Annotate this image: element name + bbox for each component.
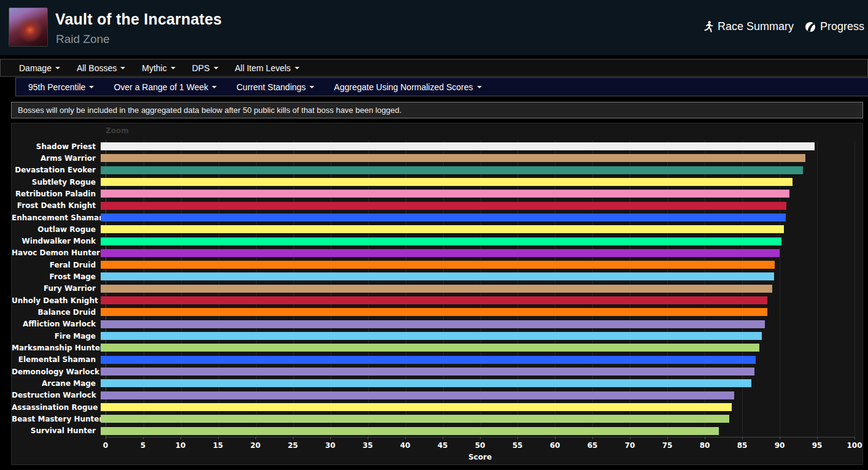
bar-fire-mage[interactable] (101, 332, 762, 340)
chevron-down-icon (171, 67, 176, 69)
x-tick-mark-90 (780, 437, 780, 439)
x-tick-label-50: 50 (475, 441, 486, 450)
chart-row-demonology-warlock: Demonology Warlock (12, 366, 862, 377)
bar-label: Unholy Death Knight (12, 296, 101, 305)
bar-label: Frost Mage (12, 272, 101, 281)
filter-dps[interactable]: DPS (192, 63, 219, 73)
x-tick-label-85: 85 (737, 441, 748, 450)
x-tick-mark-0 (106, 437, 106, 439)
bar-track (101, 401, 854, 413)
x-tick-label-65: 65 (587, 441, 598, 450)
bar-frost-mage[interactable] (101, 272, 774, 280)
bar-label: Fury Warrior (12, 284, 101, 293)
bar-fury-warrior[interactable] (101, 285, 772, 293)
x-tick-label-10: 10 (176, 441, 186, 450)
bar-label: Assassination Rogue (12, 403, 101, 412)
bar-label: Arms Warrior (12, 154, 101, 163)
bar-frost-death-knight[interactable] (101, 202, 786, 210)
bar-track (101, 188, 854, 199)
filter-label: Damage (19, 63, 52, 73)
bar-demonology-warlock[interactable] (101, 368, 754, 376)
bar-retribution-paladin[interactable] (101, 190, 789, 198)
bar-track (101, 164, 854, 176)
bar-unholy-death-knight[interactable] (101, 296, 767, 304)
bar-label: Feral Druid (12, 261, 101, 269)
setting-aggregate-using-normalized-scores[interactable]: Aggregate Using Normalized Scores (334, 82, 481, 92)
bar-devastation-evoker[interactable] (101, 166, 803, 174)
bar-subtlety-rogue[interactable] (101, 178, 792, 186)
header-links: Race SummaryProgress (703, 20, 864, 33)
bar-track (101, 271, 854, 282)
x-tick-mark-65 (592, 437, 593, 439)
filter-mythic[interactable]: Mythic (142, 63, 175, 73)
chevron-down-icon (295, 67, 300, 69)
bar-label: Havoc Demon Hunter (12, 248, 101, 257)
chart-row-arcane-mage: Arcane Mage (12, 377, 862, 389)
chart-x-axis: Score 0510152025303540455055606570758085… (12, 437, 862, 465)
chart-row-outlaw-rogue: Outlaw Rogue (12, 223, 862, 235)
chevron-down-icon (212, 86, 217, 88)
bar-label: Enhancement Shaman (12, 214, 101, 222)
header-link-progress[interactable]: Progress (805, 20, 864, 33)
bar-track (101, 377, 854, 389)
bar-outlaw-rogue[interactable] (101, 225, 784, 233)
x-tick-mark-80 (705, 437, 705, 439)
x-tick-mark-10 (180, 437, 181, 439)
chevron-down-icon (55, 67, 60, 69)
bar-label: Windwalker Monk (12, 237, 101, 245)
bar-track (101, 354, 854, 366)
chevron-down-icon (214, 67, 219, 69)
chart-row-havoc-demon-hunter: Havoc Demon Hunter (12, 247, 862, 259)
bar-affliction-warlock[interactable] (101, 320, 765, 328)
chart-row-beast-mastery-hunter: Beast Mastery Hunter (12, 413, 862, 425)
bar-marksmanship-hunter[interactable] (101, 344, 759, 352)
bar-arms-warrior[interactable] (101, 154, 805, 162)
x-tick-mark-95 (817, 437, 818, 439)
bar-destruction-warlock[interactable] (101, 391, 734, 399)
chart-row-arms-warrior: Arms Warrior (12, 152, 862, 164)
chevron-down-icon (309, 86, 314, 88)
x-tick-mark-20 (255, 437, 256, 439)
bar-feral-druid[interactable] (101, 261, 775, 269)
bar-track (101, 223, 854, 235)
filter-damage[interactable]: Damage (19, 63, 60, 73)
header-link-race-summary[interactable]: Race Summary (703, 20, 794, 33)
chart-row-assassination-rogue: Assassination Rogue (12, 401, 862, 413)
bar-beast-mastery-hunter[interactable] (101, 415, 729, 423)
bar-havoc-demon-hunter[interactable] (101, 249, 780, 257)
x-tick-mark-55 (517, 437, 518, 439)
bar-label: Balance Druid (12, 308, 101, 317)
setting-current-standings[interactable]: Current Standings (236, 82, 314, 92)
filter-all-bosses[interactable]: All Bosses (77, 63, 125, 73)
setting-95th-percentile[interactable]: 95th Percentile (28, 82, 94, 92)
bar-arcane-mage[interactable] (101, 379, 751, 387)
progress-icon (805, 21, 816, 33)
bar-track (101, 390, 854, 401)
page-subtitle: Raid Zone (56, 33, 110, 46)
chevron-down-icon (89, 86, 94, 88)
bar-track (101, 425, 854, 437)
chart-row-affliction-warlock: Affliction Warlock (12, 318, 862, 330)
x-tick-mark-60 (555, 437, 556, 439)
bar-track (101, 236, 854, 247)
bar-balance-druid[interactable] (101, 308, 767, 316)
bar-windwalker-monk[interactable] (101, 237, 781, 245)
chart-row-windwalker-monk: Windwalker Monk (12, 236, 862, 247)
chart-row-destruction-warlock: Destruction Warlock (12, 390, 862, 401)
setting-label: 95th Percentile (28, 82, 85, 92)
x-tick-mark-75 (667, 437, 668, 439)
bar-survival-hunter[interactable] (101, 427, 719, 435)
setting-over-a-range-of-1-week[interactable]: Over a Range of 1 Week (114, 82, 217, 92)
bar-label: Destruction Warlock (12, 391, 101, 399)
x-tick-mark-15 (218, 437, 219, 439)
bar-track (101, 306, 854, 318)
filter-label: All Item Levels (235, 63, 291, 73)
bar-enhancement-shaman[interactable] (101, 214, 786, 222)
chart-row-subtlety-rogue: Subtlety Rogue (12, 176, 862, 188)
bar-elemental-shaman[interactable] (101, 356, 756, 364)
bar-track (101, 366, 854, 377)
bar-shadow-priest[interactable] (101, 142, 815, 150)
x-tick-mark-70 (630, 437, 630, 439)
filter-all-item-levels[interactable]: All Item Levels (235, 63, 300, 73)
bar-assassination-rogue[interactable] (101, 403, 732, 411)
